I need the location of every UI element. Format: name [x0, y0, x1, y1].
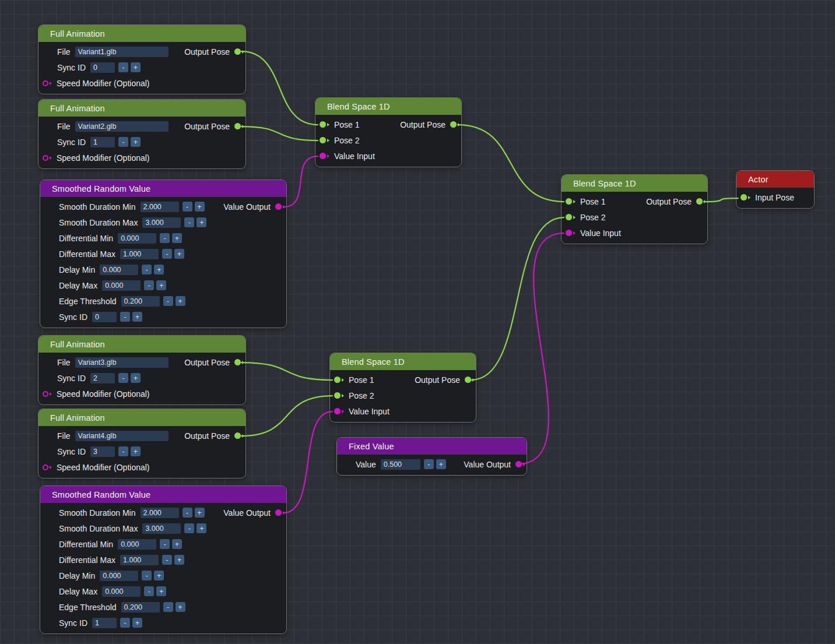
increment-button[interactable]: +	[131, 62, 141, 72]
node-header[interactable]: Full Animation	[38, 409, 245, 426]
increment-button[interactable]: +	[176, 602, 185, 612]
decrement-button[interactable]: -	[424, 459, 434, 469]
param-input[interactable]	[142, 523, 181, 534]
speed-modifier-port[interactable]	[43, 464, 52, 470]
node-graph-canvas[interactable]: Full AnimationFileOutput PoseSync ID-+Sp…	[0, 0, 835, 644]
node-header[interactable]: Full Animation	[38, 25, 245, 42]
decrement-button[interactable]: -	[184, 523, 194, 533]
decrement-button[interactable]: -	[183, 508, 192, 518]
increment-button[interactable]: +	[132, 618, 142, 628]
increment-button[interactable]: +	[197, 217, 206, 227]
param-input[interactable]	[102, 586, 141, 597]
param-input[interactable]	[92, 312, 117, 322]
param-input[interactable]	[141, 508, 179, 518]
decrement-button[interactable]: -	[162, 249, 172, 259]
increment-button[interactable]: +	[131, 446, 141, 456]
increment-button[interactable]: +	[131, 373, 141, 383]
node-header[interactable]: Full Animation	[38, 100, 245, 117]
pose-1-input-port[interactable]	[334, 376, 344, 383]
full-animation-4[interactable]: Full AnimationFileOutput PoseSync ID-+Sp…	[38, 409, 246, 478]
increment-button[interactable]: +	[195, 508, 205, 518]
node-header[interactable]: Actor	[736, 171, 814, 188]
node-header[interactable]: Blend Space 1D	[315, 98, 461, 115]
param-input[interactable]	[118, 539, 156, 550]
fixed-value-1[interactable]: Fixed ValueValue-+Value Output	[336, 437, 527, 476]
param-input[interactable]	[120, 555, 159, 565]
decrement-button[interactable]: -	[120, 618, 130, 628]
output-pose-port[interactable]	[234, 432, 244, 439]
value-input-port[interactable]	[334, 408, 344, 414]
param-input[interactable]	[120, 249, 159, 259]
increment-button[interactable]: +	[172, 233, 182, 243]
decrement-button[interactable]: -	[120, 312, 130, 322]
output-pose-port[interactable]	[234, 123, 244, 129]
decrement-button[interactable]: -	[184, 217, 194, 227]
input-pose-port[interactable]	[741, 194, 750, 200]
pose-2-input-port[interactable]	[334, 392, 344, 399]
sync-id-input[interactable]	[90, 137, 115, 147]
increment-button[interactable]: +	[132, 312, 142, 322]
decrement-button[interactable]: -	[118, 373, 128, 383]
increment-button[interactable]: +	[156, 586, 166, 596]
decrement-button[interactable]: -	[118, 446, 128, 456]
decrement-button[interactable]: -	[144, 586, 154, 596]
decrement-button[interactable]: -	[163, 296, 173, 306]
pose-1-input-port[interactable]	[566, 198, 576, 205]
sync-id-input[interactable]	[90, 446, 115, 457]
node-header[interactable]: Fixed Value	[337, 438, 527, 455]
actor-1[interactable]: ActorInput Pose	[736, 170, 815, 209]
blend-space-1d-3[interactable]: Blend Space 1DPose 1Output PosePose 2Val…	[561, 174, 708, 244]
output-pose-port[interactable]	[234, 359, 244, 365]
full-animation-1[interactable]: Full AnimationFileOutput PoseSync ID-+Sp…	[38, 24, 246, 94]
increment-button[interactable]: +	[436, 459, 446, 469]
output-pose-port[interactable]	[696, 198, 706, 205]
param-input[interactable]	[92, 618, 117, 628]
increment-button[interactable]: +	[154, 571, 164, 580]
increment-button[interactable]: +	[172, 539, 182, 549]
param-input[interactable]	[100, 265, 138, 275]
full-animation-2[interactable]: Full AnimationFileOutput PoseSync ID-+Sp…	[38, 99, 246, 169]
increment-button[interactable]: +	[174, 555, 184, 565]
param-input[interactable]	[100, 571, 138, 581]
value-field[interactable]	[381, 459, 420, 470]
node-header[interactable]: Smoothed Random Value	[40, 486, 286, 503]
node-header[interactable]: Full Animation	[38, 336, 245, 353]
value-output-port[interactable]	[515, 461, 525, 467]
decrement-button[interactable]: -	[162, 555, 172, 565]
pose-2-input-port[interactable]	[566, 214, 576, 220]
decrement-button[interactable]: -	[142, 265, 152, 275]
blend-space-1d-1[interactable]: Blend Space 1DPose 1Output PosePose 2Val…	[315, 97, 462, 167]
decrement-button[interactable]: -	[144, 280, 154, 290]
file-input[interactable]	[75, 357, 169, 368]
param-input[interactable]	[121, 296, 160, 307]
output-pose-port[interactable]	[465, 376, 475, 383]
output-pose-port[interactable]	[234, 48, 244, 55]
node-header[interactable]: Blend Space 1D	[330, 353, 476, 370]
decrement-button[interactable]: -	[163, 602, 173, 612]
value-input-port[interactable]	[320, 153, 329, 159]
param-input[interactable]	[102, 280, 141, 291]
speed-modifier-port[interactable]	[43, 391, 52, 397]
file-input[interactable]	[75, 47, 169, 57]
smoothed-random-value-1[interactable]: Smoothed Random ValueSmooth Duration Min…	[40, 180, 287, 328]
node-header[interactable]: Smoothed Random Value	[40, 180, 286, 197]
param-input[interactable]	[121, 602, 160, 613]
decrement-button[interactable]: -	[118, 62, 128, 72]
speed-modifier-port[interactable]	[43, 80, 52, 86]
file-input[interactable]	[75, 121, 169, 132]
decrement-button[interactable]: -	[160, 539, 170, 549]
increment-button[interactable]: +	[176, 296, 185, 306]
increment-button[interactable]: +	[174, 249, 184, 259]
increment-button[interactable]: +	[131, 137, 141, 147]
full-animation-3[interactable]: Full AnimationFileOutput PoseSync ID-+Sp…	[38, 335, 246, 405]
increment-button[interactable]: +	[195, 202, 205, 212]
sync-id-input[interactable]	[90, 373, 115, 383]
param-input[interactable]	[118, 233, 156, 244]
node-header[interactable]: Blend Space 1D	[562, 175, 707, 192]
value-output-port[interactable]	[275, 509, 285, 516]
decrement-button[interactable]: -	[118, 137, 128, 147]
increment-button[interactable]: +	[197, 523, 206, 533]
value-output-port[interactable]	[275, 203, 285, 210]
param-input[interactable]	[141, 202, 179, 212]
file-input[interactable]	[75, 431, 169, 441]
